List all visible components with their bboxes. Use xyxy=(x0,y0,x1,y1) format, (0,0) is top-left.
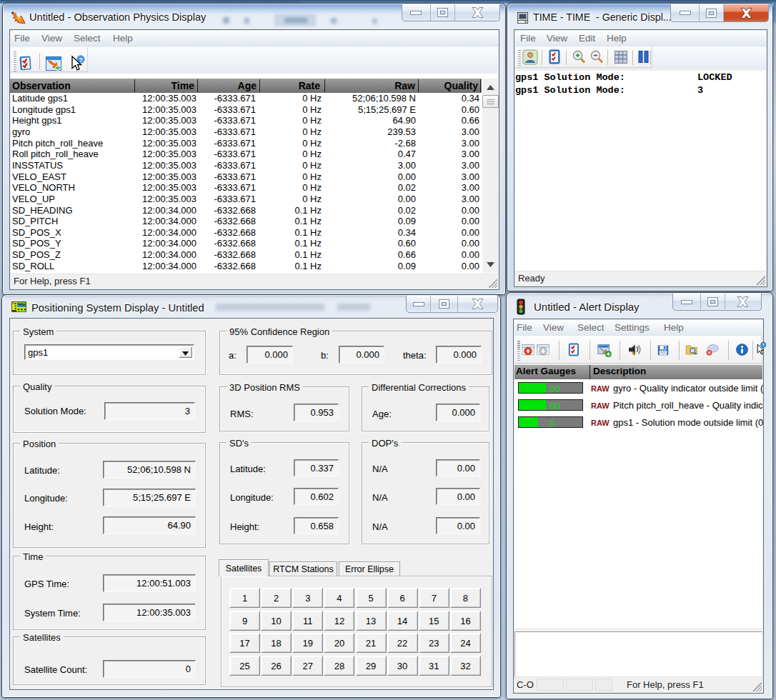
svg-text:?: ? xyxy=(762,343,765,347)
svg-text:?: ? xyxy=(79,56,83,64)
